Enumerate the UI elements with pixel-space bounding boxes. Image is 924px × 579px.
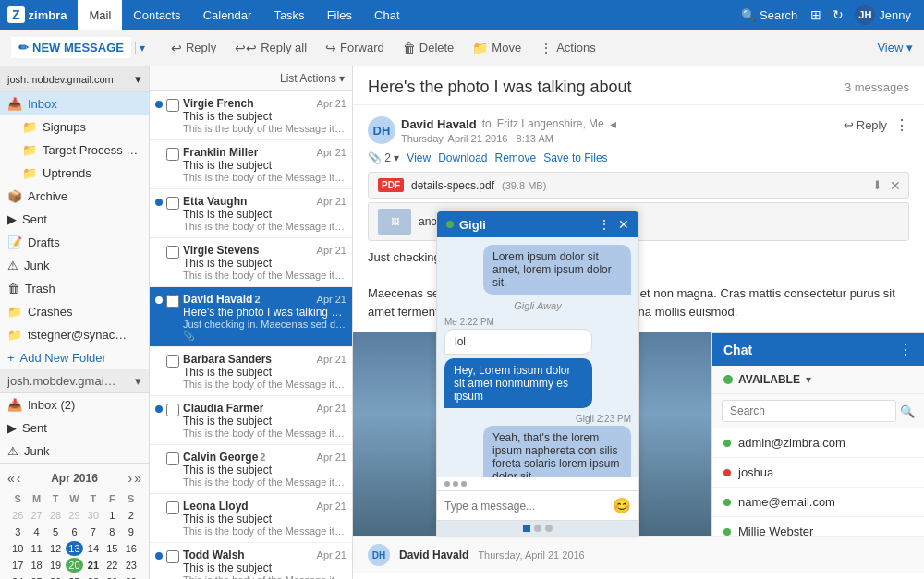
sidebar-add-folder[interactable]: + Add New Folder — [0, 346, 149, 369]
chat-contact[interactable]: Millie Webster ⋮ — [712, 517, 924, 536]
cal-day[interactable]: 4 — [28, 525, 44, 539]
cal-prev-prev[interactable]: « — [7, 471, 15, 486]
cal-day[interactable]: 27 — [66, 574, 82, 579]
refresh-icon[interactable]: ↻ — [827, 7, 849, 22]
cal-day[interactable]: 8 — [103, 525, 120, 539]
cal-day[interactable]: 30 — [123, 574, 140, 579]
forward-button[interactable]: ↪ Forward — [318, 37, 392, 59]
account1-header[interactable]: josh.mobdev.gmail.com ▾ — [0, 66, 149, 92]
msg-reply-button[interactable]: ↩ Reply — [844, 118, 887, 132]
cal-day[interactable]: 19 — [47, 558, 64, 573]
cal-day[interactable]: 23 — [123, 558, 140, 573]
email-item[interactable]: Claudia Farmer Apr 21 This is the subjec… — [150, 396, 352, 445]
list-actions-button[interactable]: List Actions ▾ — [280, 72, 345, 85]
cal-day[interactable]: 21 — [85, 558, 102, 573]
sidebar-item-signups[interactable]: 📁 Signups — [0, 115, 149, 139]
cal-day[interactable]: 29 — [103, 574, 120, 579]
nav-search-btn[interactable]: 🔍 Search — [734, 8, 805, 22]
cal-day[interactable]: 11 — [28, 541, 44, 556]
user-menu[interactable]: JH Jenny — [849, 5, 917, 25]
view-link[interactable]: View — [407, 151, 431, 164]
email-checkbox[interactable] — [166, 99, 179, 112]
msg-more-button[interactable]: ⋮ — [894, 116, 909, 134]
new-message-dropdown[interactable]: ▾ — [135, 42, 145, 54]
cal-day[interactable]: 20 — [66, 558, 82, 573]
chat-contact[interactable]: admin@zimbra.com ⋮ — [712, 428, 924, 458]
account2-header[interactable]: josh.mobdev.gmail.com ▾ — [0, 369, 149, 393]
sidebar-item-inbox2[interactable]: 📥 Inbox (2) — [0, 393, 149, 416]
apps-icon[interactable]: ⊞ — [805, 7, 827, 22]
email-item[interactable]: Virgie Stevens Apr 21 This is the subjec… — [150, 238, 352, 287]
email-checkbox[interactable] — [166, 197, 179, 210]
sidebar-item-sent2[interactable]: ▶ Sent — [0, 416, 149, 440]
email-item[interactable]: Leona Lloyd Apr 21 This is the subject T… — [150, 494, 352, 543]
cal-day[interactable]: 15 — [103, 541, 120, 556]
sidebar-item-drafts[interactable]: 📝 Drafts — [0, 231, 149, 254]
email-item[interactable]: Todd Walsh Apr 21 This is the subject Th… — [150, 543, 352, 579]
sidebar-item-tstegner[interactable]: 📁 tstegner@synacor.com Shar... — [0, 323, 149, 346]
cal-day[interactable]: 30 — [85, 508, 102, 523]
reply-all-button[interactable]: ↩↩ Reply all — [227, 37, 314, 59]
sidebar-item-inbox[interactable]: 📥 Inbox — [0, 92, 149, 115]
emoji-button[interactable]: 😊 — [613, 497, 631, 514]
cal-day[interactable]: 5 — [47, 525, 64, 539]
nav-calendar[interactable]: Calendar — [192, 0, 263, 30]
nav-chat[interactable]: Chat — [363, 0, 410, 30]
cal-day[interactable]: 26 — [9, 508, 26, 523]
download-icon[interactable]: ⬇ — [872, 178, 882, 192]
sidebar-item-crashes[interactable]: 📁 Crashes — [0, 300, 149, 323]
nav-files[interactable]: Files — [316, 0, 363, 30]
close-attachment-icon[interactable]: ✕ — [890, 178, 901, 193]
status-dropdown[interactable]: ▾ — [806, 373, 811, 386]
cal-day[interactable]: 9 — [123, 525, 140, 539]
chat-panel-more-btn[interactable]: ⋮ — [898, 341, 913, 358]
cal-day[interactable]: 17 — [9, 558, 26, 573]
cal-day[interactable]: 13 — [66, 541, 82, 556]
attach-count[interactable]: 📎 2 ▾ — [368, 151, 399, 164]
cal-day[interactable]: 1 — [103, 508, 120, 523]
cal-day[interactable]: 29 — [66, 508, 82, 523]
sidebar-item-junk2[interactable]: ⚠ Junk — [0, 440, 149, 463]
cal-day[interactable]: 12 — [47, 541, 64, 556]
cal-day[interactable]: 10 — [9, 541, 26, 556]
chat-close-icon[interactable]: ✕ — [618, 217, 629, 232]
sidebar-item-target[interactable]: 📁 Target Process Sign-u... — [0, 139, 149, 162]
email-checkbox[interactable] — [166, 246, 179, 259]
cal-day[interactable]: 25 — [28, 574, 44, 579]
cal-day[interactable]: 16 — [123, 541, 140, 556]
email-checkbox[interactable] — [166, 501, 179, 514]
chat-contact[interactable]: joshua ⋮ — [712, 458, 924, 488]
cal-day[interactable]: 24 — [9, 574, 26, 579]
cal-day[interactable]: 7 — [85, 525, 102, 539]
view-button[interactable]: View ▾ — [877, 41, 913, 54]
download-link[interactable]: Download — [438, 151, 487, 164]
chat-contact[interactable]: name@email.com ⋮ — [712, 488, 924, 517]
cal-day[interactable]: 3 — [9, 525, 26, 539]
cal-next[interactable]: › — [128, 471, 133, 486]
chat-input[interactable] — [444, 500, 609, 513]
new-message-button[interactable]: ✏ NEW MESSAGE — [11, 37, 131, 58]
msg-to-expand[interactable]: ◂ — [610, 116, 616, 131]
email-checkbox[interactable] — [166, 355, 179, 368]
sidebar-item-uptrends[interactable]: 📁 Uptrends — [0, 162, 149, 185]
reply-button[interactable]: ↩ Reply — [164, 37, 224, 59]
email-checkbox[interactable] — [166, 404, 179, 416]
cal-prev[interactable]: ‹ — [17, 471, 21, 486]
nav-contacts[interactable]: Contacts — [122, 0, 191, 30]
email-checkbox[interactable] — [166, 148, 179, 161]
nav-tasks[interactable]: Tasks — [262, 0, 315, 30]
email-checkbox[interactable] — [166, 295, 179, 308]
chat-search-icon[interactable]: 🔍 — [900, 404, 915, 418]
sidebar-item-junk[interactable]: ⚠ Junk — [0, 254, 149, 277]
email-item[interactable]: Barbara Sanders Apr 21 This is the subje… — [150, 347, 352, 396]
remove-link[interactable]: Remove — [495, 151, 537, 164]
nav-mail[interactable]: Mail — [78, 0, 122, 30]
cal-day[interactable]: 6 — [66, 525, 82, 539]
cal-day[interactable]: 22 — [103, 558, 120, 573]
cal-day[interactable]: 2 — [123, 508, 140, 523]
move-button[interactable]: 📁 Move — [465, 37, 529, 59]
email-item[interactable]: Etta Vaughn Apr 21 This is the subject T… — [150, 189, 352, 238]
cal-day[interactable]: 28 — [47, 508, 64, 523]
email-item[interactable]: Franklin Miller Apr 21 This is the subje… — [150, 140, 352, 189]
email-checkbox[interactable] — [166, 550, 179, 563]
